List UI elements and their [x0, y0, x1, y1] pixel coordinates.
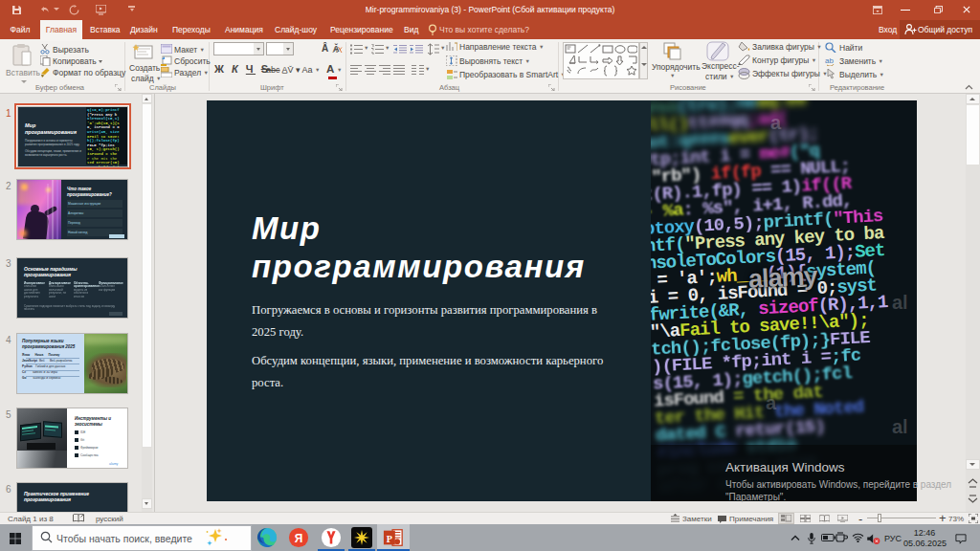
svg-text:A: A	[332, 45, 339, 55]
svg-text:ab: ab	[825, 56, 834, 65]
svg-text:P: P	[387, 534, 392, 544]
svg-text:Я: Я	[295, 532, 303, 545]
